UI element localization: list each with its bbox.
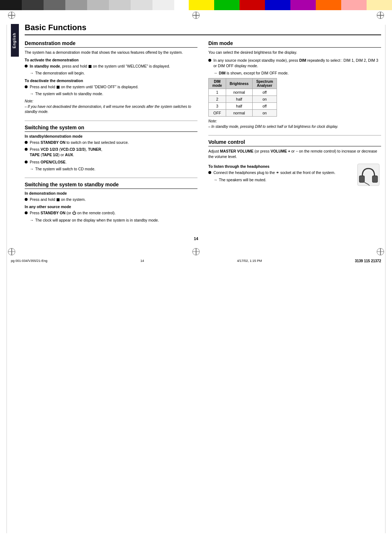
dim-small-caps: DIM [219,71,225,75]
two-col-layout: Demonstration mode The system has a demo… [25,40,381,229]
bullet-dot [25,161,28,163]
switching-on-bullet3-text: Press OPEN/CLOSE. [30,159,197,165]
headphone-image [356,162,381,187]
arrow-sym: → [30,70,34,76]
demonstration-section: Demonstration mode The system has a demo… [25,40,197,115]
dim-bullet1: In any source mode (except standby mode)… [208,58,381,69]
note-label: Note: [25,99,33,103]
volume-control-intro: Adjust MASTER VOLUME (or press VOLUME + … [208,149,381,159]
standby-bullet1-text: Press and hold on the system. [30,197,197,202]
bullet-dot [25,148,28,151]
dim-mode-intro: You can select the desired brightness fo… [208,50,381,55]
table-cell: 2 [209,96,226,103]
dim-note-text: – In standby mode, pressing DIM to selec… [208,125,338,129]
arrow-sym: → [213,70,217,76]
reg-mark-top-right [377,12,384,19]
page-title: Basic Functions [25,23,381,35]
svg-rect-2 [372,176,377,182]
reg-mark-top-left [8,12,15,19]
demonstration-intro: The system has a demonstration mode that… [25,50,197,55]
table-cell: half [226,103,252,110]
headphones-heading: To listen through the headphones [208,164,353,169]
page-num-text: 14 [194,236,198,241]
bullet-dot [25,198,28,201]
open-close-bold: OPEN/CLOSE [41,160,66,164]
standby-on-bold2: STANDBY ON [41,211,65,215]
table-cell: normal [226,89,252,96]
activate-arrow1: → The demonstration will begin. [30,70,197,76]
table-cell: 3 [209,103,226,110]
reg-marks-top [0,10,392,20]
left-column: Demonstration mode The system has a demo… [25,40,197,229]
bullet-dot [25,85,28,88]
reg-mark-bottom-center [192,248,200,255]
master-volume-bold: MASTER VOLUME [220,149,253,153]
aux-bold: AUX [65,153,73,157]
table-cell: half [226,96,252,103]
square-button-sym3 [57,198,60,201]
content-body: Basic Functions Demonstration mode The s… [25,22,381,229]
switching-on-arrow1: → The system will switch to CD mode. [30,166,197,172]
divider2 [25,178,197,178]
table-cell: off [252,89,277,96]
page-number-center: 14 [0,236,392,241]
switching-on-arrow1-text: The system will switch to CD mode. [35,166,95,172]
table-row: OFFnormalon [209,110,277,117]
sidebar: English [11,22,21,229]
dim-mode-title: Dim mode [208,40,381,48]
bullet-dot [208,59,211,62]
deactivate-bullet1: Press and hold on the system until “DEMO… [25,84,197,90]
bullet-dot [25,211,28,214]
demonstration-note-text: – If you have not deactivated the demons… [25,105,191,114]
reg-mark-bottom-right [377,248,384,255]
activate-bullet1-text: In standby mode, press and hold on the s… [30,64,197,69]
table-cell: on [252,96,277,103]
dim-bullet1-text: In any source mode (except standby mode)… [213,58,381,69]
switching-on-bullet3: Press OPEN/CLOSE. [25,159,197,165]
dim-arrow1: → DIM is shown, except for DIM OFF mode. [213,70,381,76]
table-cell: normal [226,110,252,117]
sidebar-english-label: English [11,24,19,57]
activate-standby-bold: In standby mode [30,64,60,68]
standby-bullet1: Press and hold on the system. [25,197,197,202]
dim-note-label: Note: [208,119,217,123]
headphones-text: To listen through the headphones Connect… [208,162,353,184]
standby-on-bold: STANDBY ON [41,140,65,145]
bullet-dot [208,171,211,174]
demonstration-title: Demonstration mode [25,40,197,48]
tuner-bold: TUNER [88,147,101,151]
volume-control-title: Volume control [208,139,381,146]
standby-arrow1-text: The clock will appear on the display whe… [35,218,159,223]
table-cell: 1 [209,89,226,96]
bullet-dot [25,141,28,144]
table-cell: on [252,110,277,117]
square-button-sym [89,65,91,68]
switching-on-bullet2-text: Press VCD 1/2/3 (VCD.CD 1/2/3), TUNER,TA… [30,147,197,158]
other-source-heading: In any other source mode [25,204,197,209]
standby-bullet2: Press STANDBY ON (or ⏻ on the remote con… [25,210,197,216]
svg-rect-1 [359,176,364,182]
switching-on-section: Switching the system on In standby/demon… [25,125,197,172]
footer-right-text: 3139 115 21372 [355,259,381,263]
square-button-sym2 [57,86,60,89]
deactivate-heading: To deactivate the demonstration [25,78,197,83]
dim-table-header-mode: DIMmode [209,78,226,89]
headphones-subsection: To listen through the headphones Connect… [208,162,381,189]
standby-arrow1: → The clock will appear on the display w… [30,218,197,223]
standby-demo-heading: In standby/demonstration mode [25,134,197,138]
footer-center-text: 14 [140,259,144,263]
switching-standby-title: Switching the system to standby mode [25,182,197,189]
activate-arrow1-text: The demonstration will begin. [35,70,85,76]
tape-bold: TAPE [30,153,40,157]
top-bar-left [0,0,174,10]
headphones-bullet1: Connect the headphones plug to the ⚭ soc… [208,170,353,175]
arrow-sym: → [30,218,34,223]
headphone-svg [356,162,381,187]
switching-on-bullet2: Press VCD 1/2/3 (VCD.CD 1/2/3), TUNER,TA… [25,147,197,158]
footer-datetime: 4/17/02, 1:15 PM [237,259,262,263]
main-content: English Basic Functions Demonstration mo… [0,22,392,229]
volume-plus-bold: VOLUME + [271,149,290,153]
right-column: Dim mode You can select the desired brig… [208,40,381,229]
headphones-arrow1: → The speakers will be muted. [213,177,353,183]
deactivate-arrow1-text: The system will switch to standby mode. [35,91,103,97]
